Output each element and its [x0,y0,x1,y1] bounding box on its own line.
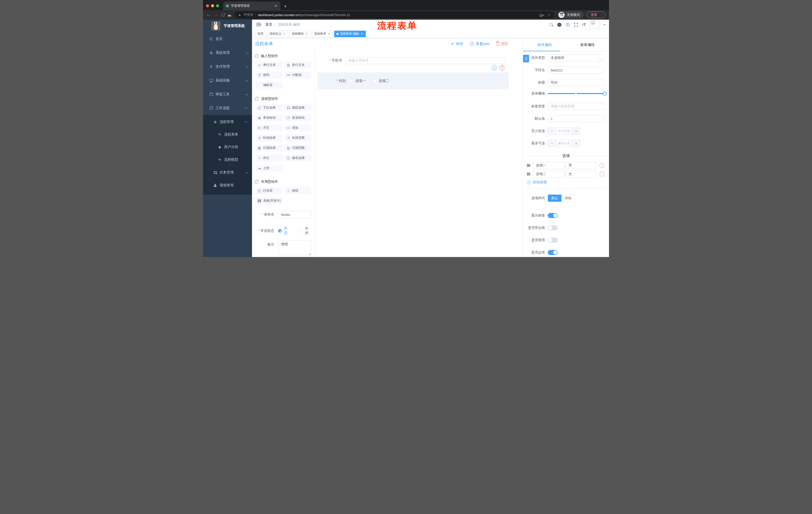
drag-handle-icon[interactable] [527,164,530,167]
sidebar-item-task-mgmt[interactable]: 任务管理 [203,166,252,179]
home-icon[interactable] [228,15,231,17]
sidebar-item-home[interactable]: 首页 [203,32,252,46]
tag-home[interactable]: 首页 [255,31,266,37]
disabled-toggle[interactable] [548,238,558,243]
component-time-range[interactable]: ↺时间范围 [284,135,312,141]
drag-handle-icon[interactable] [527,173,530,175]
style-default-button[interactable]: 默认 [548,195,561,202]
close-icon[interactable]: ✕ [360,32,364,35]
close-icon[interactable]: ✕ [305,32,308,35]
clear-button[interactable]: 清空 [496,42,508,46]
new-tab-button[interactable]: + [284,4,287,9]
remove-option-button[interactable]: − [600,171,605,177]
close-icon[interactable]: ✕ [283,32,286,35]
browser-update-button[interactable]: 更新 ⋮ [587,11,606,18]
component-radio-group[interactable]: ◉单选框组 [255,114,282,121]
component-button[interactable]: ☞按钮 [284,187,312,194]
avatar[interactable] [590,20,599,29]
tag-process-form-edit[interactable]: 流程表单-编辑✕ [334,31,366,37]
component-color-picker[interactable]: 颜色选择 [284,155,312,161]
close-window-button[interactable] [206,4,209,7]
maximize-window-button[interactable] [216,4,219,7]
grid-slider[interactable] [548,93,605,94]
sidebar-item-infra[interactable]: 基础设施 [203,74,252,87]
minimize-window-button[interactable] [211,4,214,7]
address-bar[interactable]: ▲ 不安全 dashboard.yudao.iocoder.cn/bpm/man… [235,11,554,18]
sidebar-item-devtools[interactable]: 研发工具 [203,87,252,101]
component-type-select[interactable]: 多选框组 [548,54,604,61]
fullscreen-icon[interactable] [574,23,578,27]
component-editor[interactable]: 编辑器 [255,82,282,88]
help-icon[interactable]: ? [566,23,570,27]
field-name-input[interactable]: field122 [548,66,604,74]
component-upload[interactable]: ☁上传 [255,165,282,171]
sidebar-item-process-model[interactable]: ✈ 流程模型 [203,154,252,166]
security-label[interactable]: 不安全 [243,12,253,17]
increase-button[interactable]: + [572,140,580,146]
show-label-toggle[interactable] [548,213,558,218]
search-icon[interactable] [549,23,552,26]
sidebar-item-leave-query[interactable]: 请假查询 [203,179,252,192]
view-json-button[interactable]: 查看json [470,42,490,46]
save-button[interactable]: 保存 [451,42,463,46]
option-2-value-input[interactable]: 女 [566,170,597,178]
sidebar-item-system[interactable]: ⚙ 系统管理 [203,46,252,60]
decrease-button[interactable]: − [548,128,556,134]
style-button-button[interactable]: 按钮 [561,195,575,202]
radio-on-label[interactable]: 开启 [284,226,290,235]
decrease-button[interactable]: − [548,140,556,146]
border-toggle[interactable] [548,225,558,231]
canvas-field-phone[interactable]: 手机号 请输入手机号 [315,57,523,64]
component-switch[interactable]: 开关 [255,125,282,131]
component-counter[interactable]: 123计数器 [284,72,312,78]
form-canvas[interactable]: 手机号 请输入手机号 性别 选项一 选项二 [315,49,523,257]
option-1-label-input[interactable]: 选项一 [533,162,565,169]
delete-component-button[interactable] [499,65,505,71]
sidebar-item-payment[interactable]: ¥ 支付管理 [203,60,252,74]
tab-close-icon[interactable]: ✕ [274,4,278,8]
password-key-icon[interactable] [540,14,544,16]
breadcrumb-home[interactable]: 首页 [265,22,272,27]
tag-process-definition[interactable]: 流程定义✕ [267,31,288,37]
close-icon[interactable]: ✕ [327,32,330,35]
sidebar-item-user-group[interactable]: ☻ 用户分组 [203,141,252,154]
reload-icon[interactable] [221,13,225,17]
sidebar-item-process-mgmt[interactable]: ≣ 流程管理 [203,115,252,128]
option-1-value-input[interactable]: 男 [566,162,597,169]
max-select-input[interactable]: 最多可选 [558,141,570,145]
checkbox[interactable] [373,79,376,83]
tab-component-props[interactable]: 组件属性 [523,38,566,51]
component-date-picker[interactable]: ▦日期选择 [255,144,282,152]
font-size-icon[interactable]: TT [582,23,586,27]
slider-handle[interactable] [603,91,607,96]
form-remark-textarea[interactable]: 嘿嘿 [278,240,311,256]
browser-menu-icon[interactable]: ⋮ [600,13,603,17]
default-value-input[interactable]: 1 [548,115,604,122]
radio-off[interactable] [299,229,303,233]
bookmark-star-icon[interactable]: ☆ [547,13,551,17]
github-icon[interactable] [557,23,561,27]
tag-process-form[interactable]: 流程表单✕ [312,31,333,37]
back-icon[interactable]: ← [206,13,210,17]
sidebar-logo[interactable]: 芋道管理系统 [203,20,252,32]
collapse-sidebar-icon[interactable] [256,23,261,26]
tab-form-props[interactable]: 表单属性 [566,38,609,51]
add-option-button[interactable]: + 添加选项 [527,180,609,185]
phone-input[interactable]: 请输入手机号 [345,57,505,64]
component-slider[interactable]: 滑块 [284,125,312,131]
component-date-range[interactable]: ▥日期范围 [284,144,312,152]
url-text[interactable]: dashboard.yudao.iocoder.cn/bpm/manager/f… [258,13,350,17]
gender-option-2[interactable]: 选项二 [373,79,389,83]
component-multi-text[interactable]: ▤多行文本 [284,62,312,69]
browser-tab[interactable]: 芋道管理系统 ✕ [223,1,280,10]
radio-off-label[interactable]: 关闭 [305,226,311,235]
label-width-input[interactable]: 请输入标签宽度 [548,103,604,110]
required-toggle[interactable] [548,250,558,255]
component-table[interactable]: 表格[开发中] [255,197,282,204]
sidebar-item-process-form[interactable]: ✎ 流程表单 [203,128,252,141]
component-password[interactable]: 密码 [255,72,282,78]
component-checkbox-group[interactable]: ☑多选框组 [284,114,312,121]
forward-icon[interactable]: → [214,13,218,17]
increase-button[interactable]: + [572,128,580,134]
canvas-field-gender-selected[interactable]: 性别 选项一 选项二 [318,73,509,89]
